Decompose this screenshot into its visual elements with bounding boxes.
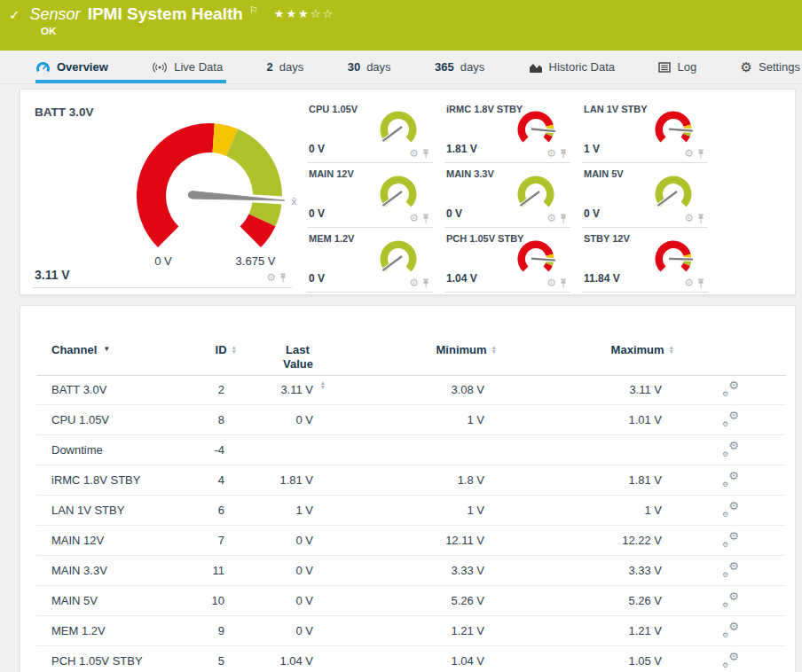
channel-settings-gears-icon[interactable]: ⚙⚙ (722, 381, 739, 396)
cell-maximum: 3.33 V (484, 564, 662, 577)
tile-icon-group: ⚙ (546, 277, 567, 288)
tab-2-days[interactable]: 2days (267, 51, 304, 83)
sort-icon[interactable]: ▲▼ (669, 346, 674, 354)
pin-icon[interactable] (279, 273, 287, 283)
tile-icon-group: ⚙ (409, 213, 429, 223)
tab-label: Live Data (174, 60, 223, 74)
channel-settings-gears-icon[interactable]: ⚙⚙ (722, 652, 739, 668)
tab-log[interactable]: Log (658, 51, 696, 83)
tab-30-days[interactable]: 30days (348, 51, 391, 83)
table-row: MAIN 3.3V110 V3.33 V3.33 V⚙⚙ (36, 556, 786, 586)
channel-settings-gears-icon[interactable]: ⚙⚙ (722, 622, 739, 637)
pin-icon[interactable] (422, 214, 429, 223)
tab-number: 30 (348, 60, 360, 74)
table-row: iRMC 1.8V STBY41.81 V1.8 V1.81 V⚙⚙ (36, 465, 786, 496)
pin-icon[interactable] (697, 278, 704, 288)
channel-gauge (378, 239, 419, 282)
channel-settings-gears-icon[interactable]: ⚙⚙ (722, 472, 739, 487)
tab-overview[interactable]: Overview (35, 51, 108, 83)
column-header-channel[interactable]: Channel▼ (36, 343, 185, 356)
gear-icon[interactable]: ⚙ (684, 213, 694, 223)
cell-id: 7 (185, 534, 224, 547)
table-row: CPU 1.05V80 V1 V1.01 V⚙⚙ (36, 405, 786, 435)
channel-settings-gears-icon[interactable]: ⚙⚙ (722, 502, 739, 517)
cell-last-value: 0 V (224, 594, 313, 607)
channel-title: CPU 1.05V (309, 104, 358, 114)
table-row: MAIN 5V100 V5.26 V5.26 V⚙⚙ (36, 586, 786, 616)
cell-minimum: 12.11 V (313, 534, 484, 547)
column-label: Last (286, 343, 310, 357)
tab-365-days[interactable]: 365days (435, 51, 484, 83)
pin-icon[interactable] (560, 278, 567, 288)
cell-last-value: 0 V (224, 413, 313, 426)
cell-last-value: 0 V (224, 534, 313, 547)
channel-settings-gears-icon[interactable]: ⚙⚙ (722, 562, 739, 577)
pin-icon[interactable] (560, 149, 567, 159)
channel-settings-gears-icon[interactable]: ⚙⚙ (722, 441, 739, 457)
channel-gauge (378, 175, 419, 217)
pin-icon[interactable] (422, 278, 429, 288)
gear-icon[interactable]: ⚙ (546, 213, 556, 223)
sensor-title-row: ✓ Sensor IPMI System Health ⚐ ★★★☆☆ (9, 4, 334, 24)
column-header-id[interactable]: ID▲▼ (185, 343, 224, 356)
gear-icon[interactable]: ⚙ (546, 277, 556, 288)
cell-maximum: 1.21 V (484, 624, 662, 637)
cell-id: -4 (185, 443, 224, 457)
channel-settings-gears-icon[interactable]: ⚙⚙ (722, 411, 739, 426)
tab-settings[interactable]: ⚙Settings (741, 51, 800, 83)
cell-channel: MAIN 3.3V (36, 564, 185, 577)
tab-historic-data[interactable]: Historic Data (529, 51, 615, 83)
sensor-header: ✓ Sensor IPMI System Health ⚐ ★★★☆☆ OK (0, 0, 802, 51)
tab-number: 365 (435, 60, 454, 74)
gear-icon[interactable]: ⚙ (409, 213, 419, 223)
cell-id: 9 (185, 624, 224, 637)
channel-value: 0 V (309, 207, 325, 220)
cell-id: 11 (185, 564, 224, 577)
primary-channel-value: 3.11 V (35, 268, 70, 282)
tile-icon-group: ⚙ (409, 148, 429, 159)
cell-channel: Downtime (36, 443, 185, 457)
sort-icon[interactable]: ▲▼ (232, 346, 237, 354)
column-label: Maximum (611, 343, 664, 356)
gear-icon[interactable]: ⚙ (409, 148, 419, 159)
tile-icon-group: ⚙ (684, 277, 704, 288)
channel-value: 1.04 V (446, 272, 477, 285)
channel-title: STBY 12V (584, 233, 630, 244)
channel-gauge (653, 239, 694, 282)
channel-value: 1 V (584, 143, 600, 155)
column-header-minimum[interactable]: Minimum▲▼ (313, 343, 484, 356)
sort-icon[interactable]: ▲▼ (491, 346, 497, 354)
gear-icon[interactable]: ⚙ (684, 277, 694, 288)
tab-label: days (366, 60, 390, 74)
object-kind-label: Sensor (30, 5, 81, 24)
primary-channel-title: BATT 3.0V (35, 105, 94, 119)
cell-channel: MAIN 12V (36, 534, 185, 547)
channel-settings-gears-icon[interactable]: ⚙⚙ (722, 592, 739, 607)
gear-icon[interactable]: ⚙ (409, 277, 419, 288)
tab-live-data[interactable]: Live Data (152, 51, 223, 83)
cell-maximum: 1 V (484, 504, 662, 517)
gauge-icon (35, 61, 51, 74)
channel-settings-gears-icon[interactable]: ⚙⚙ (722, 532, 739, 547)
page-title: IPMI System Health (88, 4, 243, 24)
tab-label: Historic Data (549, 60, 615, 74)
gauges-panel: BATT 3.0V x̄ 0 V 3.675 V 3.11 V ⚙ CPU 1.… (20, 89, 796, 295)
channel-value: 0 V (446, 207, 462, 220)
tab-label: Settings (759, 60, 800, 74)
flag-icon[interactable]: ⚐ (249, 4, 258, 16)
cell-maximum: 12.22 V (484, 534, 662, 547)
pin-icon[interactable] (560, 214, 567, 223)
column-header-maximum[interactable]: Maximum▲▼ (484, 343, 662, 356)
channel-title: MAIN 12V (309, 168, 354, 179)
gear-icon[interactable]: ⚙ (546, 148, 556, 159)
cell-minimum: 1.21 V (313, 624, 484, 637)
pin-icon[interactable] (697, 214, 704, 223)
channel-gauge (653, 175, 694, 217)
tab-label: days (279, 60, 303, 74)
pin-icon[interactable] (422, 149, 429, 159)
column-label: Value (283, 357, 313, 371)
gear-icon[interactable]: ⚙ (266, 272, 276, 283)
priority-stars[interactable]: ★★★☆☆ (274, 7, 334, 20)
pin-icon[interactable] (697, 149, 704, 159)
gear-icon[interactable]: ⚙ (684, 148, 694, 159)
